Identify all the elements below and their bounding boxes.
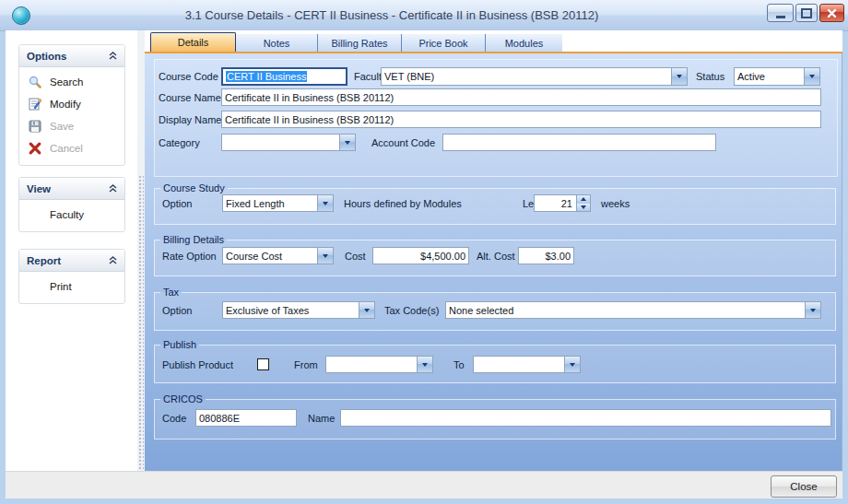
tax-option-label: Option (162, 305, 192, 316)
minimize-button[interactable] (767, 4, 794, 22)
sidebar-item-label: Faculty (50, 209, 84, 220)
alt-cost-input[interactable]: $3.00 (518, 247, 574, 264)
cricos-code-label: Code (162, 413, 186, 424)
sidebar-item-label: Cancel (50, 143, 83, 154)
course-study-option-select[interactable]: Fixed Length (222, 194, 334, 212)
course-code-input[interactable]: CERT II Business (221, 67, 347, 86)
faculty-select[interactable]: VET (BNE) (381, 67, 688, 86)
course-study-option-label: Option (162, 198, 192, 209)
close-icon (827, 8, 837, 18)
chevron-down-icon[interactable] (359, 302, 374, 318)
sidebar-item-search[interactable]: Search (19, 71, 124, 93)
tax-codes-value: None selected (446, 305, 805, 316)
cricos-code-input[interactable]: 080886E (195, 409, 297, 427)
course-name-input[interactable]: Certificate II in Business (BSB 20112) (221, 88, 821, 106)
course-code-value: CERT II Business (226, 71, 307, 82)
sidebar-splitter[interactable] (137, 30, 145, 471)
maximize-button[interactable] (795, 4, 818, 22)
chevron-down-icon[interactable] (317, 195, 333, 211)
alt-cost-label: Alt. Cost (477, 251, 515, 262)
publish-product-label: Publish Product (162, 359, 233, 370)
tab-price-book[interactable]: Price Book (402, 34, 486, 52)
sidebar-item-print[interactable]: Print (19, 275, 124, 298)
publish-legend: Publish (160, 339, 199, 350)
weeks-label: weeks (601, 198, 630, 209)
spin-up-icon[interactable] (577, 195, 590, 204)
tax-group: Tax Option Exclusive of Taxes Tax Code(s… (154, 287, 836, 331)
length-value: 21 (535, 195, 576, 211)
save-icon (28, 119, 42, 134)
tab-details[interactable]: Details (150, 32, 236, 52)
display-name-label: Display Name (159, 114, 221, 125)
category-select[interactable] (221, 134, 356, 151)
display-name-input[interactable]: Certificate II in Business (BSB 20112) (221, 111, 821, 128)
chevron-down-icon[interactable] (804, 68, 819, 85)
publish-to-label: To (453, 359, 465, 370)
tab-label: Notes (264, 38, 290, 49)
maximize-icon (801, 8, 812, 18)
tax-option-value: Exclusive of Taxes (223, 305, 359, 316)
tax-legend: Tax (160, 287, 182, 298)
sidebar-item-save[interactable]: Save (19, 115, 124, 137)
sidebar-item-faculty[interactable]: Faculty (19, 204, 124, 226)
tab-billing-rates[interactable]: Billing Rates (318, 34, 402, 52)
sidebar-item-label: Modify (50, 99, 81, 110)
tab-notes[interactable]: Notes (236, 34, 318, 52)
sidebar-item-cancel[interactable]: Cancel (19, 137, 124, 159)
options-panel-header[interactable]: Options (19, 45, 124, 67)
report-panel-header[interactable]: Report (19, 250, 124, 272)
options-panel-title: Options (27, 51, 66, 62)
footer-bar: Close (6, 471, 842, 498)
hours-note: Hours defined by Modules (344, 198, 462, 209)
collapse-chevron-icon (109, 184, 117, 193)
chevron-down-icon[interactable] (671, 68, 687, 85)
rate-option-select[interactable]: Course Cost (222, 247, 334, 264)
chevron-down-icon[interactable] (317, 248, 333, 264)
course-details-window: 3.1 Course Details - CERT II Business - … (0, 0, 848, 504)
cricos-name-input[interactable] (340, 409, 831, 427)
chevron-down-icon[interactable] (339, 135, 355, 150)
search-icon (28, 75, 42, 89)
course-study-group: Course Study Option Fixed Length Hours d… (154, 182, 836, 225)
chevron-down-icon[interactable] (805, 302, 820, 318)
collapse-chevron-icon (109, 52, 117, 60)
course-name-value: Certificate II in Business (BSB 20112) (225, 92, 394, 103)
minimize-icon (776, 16, 785, 18)
chevron-down-icon[interactable] (417, 357, 432, 372)
tax-codes-label: Tax Code(s) (384, 305, 439, 316)
cricos-group: CRICOS Code 080886E Name (154, 393, 836, 440)
close-button[interactable]: Close (771, 475, 837, 498)
faculty-value: VET (BNE) (382, 71, 671, 82)
chevron-down-icon[interactable] (564, 357, 580, 372)
app-icon (12, 6, 30, 25)
view-panel-title: View (27, 183, 51, 194)
sidebar-item-modify[interactable]: Modify (19, 93, 124, 115)
view-panel: View Faculty (18, 177, 125, 232)
tax-codes-select[interactable]: None selected (445, 301, 821, 319)
tab-modules[interactable]: Modules (486, 34, 562, 52)
alt-cost-value: $3.00 (545, 251, 571, 262)
tax-option-select[interactable]: Exclusive of Taxes (222, 301, 375, 319)
account-code-input[interactable] (442, 134, 716, 151)
cost-value: $4,500.00 (420, 251, 465, 262)
cost-input[interactable]: $4,500.00 (372, 247, 469, 264)
course-study-legend: Course Study (160, 182, 228, 193)
spin-down-icon[interactable] (577, 204, 590, 212)
cricos-code-value: 080886E (199, 413, 240, 424)
publish-from-select[interactable] (325, 356, 433, 373)
length-stepper[interactable]: 21 (534, 194, 591, 212)
status-value: Active (735, 71, 804, 82)
publish-product-checkbox[interactable] (257, 358, 269, 370)
report-panel-title: Report (27, 255, 61, 266)
tab-label: Modules (505, 38, 544, 49)
publish-to-select[interactable] (473, 356, 581, 373)
modify-icon (28, 97, 42, 111)
tab-label: Price Book (418, 38, 467, 49)
view-panel-header[interactable]: View (19, 178, 124, 200)
close-window-button[interactable] (819, 4, 844, 22)
sidebar-item-label: Save (50, 121, 74, 132)
display-name-value: Certificate II in Business (BSB 20112) (225, 114, 394, 125)
window-title: 3.1 Course Details - CERT II Business - … (37, 0, 747, 30)
status-select[interactable]: Active (734, 67, 820, 86)
course-code-label: Course Code (159, 71, 218, 82)
